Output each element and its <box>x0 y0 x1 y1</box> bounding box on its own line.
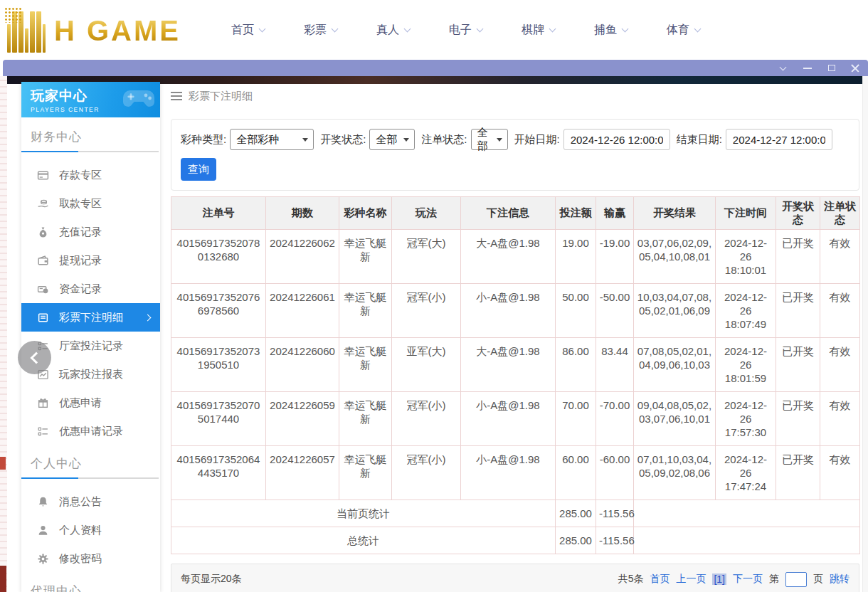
sidebar: 玩家中心 PLAYERS CENTER 财务中心存款专区取款专区充值记录提现记录… <box>21 82 160 592</box>
cell-draw-result: 10,03,04,07,08,05,02,01,06,09 <box>634 284 716 338</box>
sidebar-header: 玩家中心 PLAYERS CENTER <box>21 82 160 117</box>
sidebar-item-label: 厅室投注记录 <box>59 339 123 353</box>
cell-lottery-name: 幸运飞艇新 <box>339 338 392 392</box>
current-page[interactable]: [1] <box>712 574 726 585</box>
cell-bet-info: 小-A盘@1.98 <box>461 284 556 338</box>
nav-item-live[interactable]: 真人 <box>376 23 410 38</box>
next-page-link[interactable]: 下一页 <box>733 573 763 586</box>
sidebar-item-deposit[interactable]: 存款专区 <box>21 161 160 189</box>
nav-item-label: 彩票 <box>304 23 327 38</box>
cell-bet-time: 2024-12-26 17:57:30 <box>716 392 776 446</box>
page-title: 彩票下注明细 <box>189 90 253 103</box>
lottery-type-select[interactable]: 全部彩种 <box>230 129 314 150</box>
cell-draw-status: 已开奖 <box>776 392 820 446</box>
cell-bet-amount: 70.00 <box>556 392 596 446</box>
sidebar-item-promo-apply-record[interactable]: 优惠申请记录 <box>21 417 160 445</box>
draw-status-value: 全部 <box>376 133 397 147</box>
col-header-lottery-name: 彩种名称 <box>339 197 392 230</box>
background-left-strip <box>0 76 7 592</box>
maximize-button[interactable] <box>826 63 837 73</box>
cell-order-id: 401569173520731950510 <box>171 338 266 392</box>
prev-page-link[interactable]: 上一页 <box>676 573 706 586</box>
jump-page-input[interactable] <box>785 572 807 587</box>
cell-win-loss: -70.00 <box>596 392 634 446</box>
menu-toggle-icon[interactable] <box>171 92 182 100</box>
nav-item-slots[interactable]: 电子 <box>449 23 482 38</box>
chevron-left-icon <box>31 352 43 364</box>
cell-draw-result: 07,01,10,03,04,05,09,02,08,06 <box>634 446 716 500</box>
cell-bet-info: 小-A盘@1.98 <box>461 392 556 446</box>
cell-draw-result: 09,04,08,05,02,03,07,06,10,01 <box>634 392 716 446</box>
order-status-label: 注单状态: <box>421 133 467 147</box>
col-header-draw-status: 开奖状态 <box>776 197 820 230</box>
chevron-down-icon <box>259 25 266 32</box>
sidebar-collapse-button[interactable] <box>18 341 51 374</box>
jump-label-prefix: 第 <box>769 573 779 586</box>
minimize-button[interactable] <box>802 63 813 73</box>
logo-mark-icon <box>7 9 47 53</box>
nav-item-sports[interactable]: 体育 <box>667 23 700 38</box>
main-content: 彩票下注明细 彩种类型: 全部彩种 开奖状态: 全部 注单状态: 全部 开始日期… <box>171 83 859 592</box>
cell-bet-amount: 50.00 <box>556 284 596 338</box>
sidebar-item-label: 提现记录 <box>59 254 102 268</box>
cell-draw-result: 07,08,05,02,01,04,09,06,10,03 <box>634 338 716 392</box>
sidebar-item-change-password[interactable]: 修改密码 <box>21 544 160 573</box>
cell-bet-amount: 86.00 <box>556 338 596 392</box>
jump-button[interactable]: 跳转 <box>830 573 850 586</box>
cell-order-id: 401569173520644435170 <box>171 446 266 500</box>
sidebar-item-label: 资金记录 <box>59 282 102 296</box>
cell-lottery-name: 幸运飞艇新 <box>339 392 392 446</box>
window-menu-button[interactable] <box>778 63 788 73</box>
cell-bet-info: 大-A盘@1.98 <box>461 230 556 284</box>
cell-bet-amount: 19.00 <box>556 230 596 284</box>
page-scrollbar[interactable] <box>862 76 868 592</box>
sidebar-item-fund-record[interactable]: 资金记录 <box>21 275 160 303</box>
summary-row: 总统计285.00-115.56 <box>171 527 860 554</box>
cell-bet-info: 大-A盘@1.98 <box>461 338 556 392</box>
chevron-down-icon <box>404 25 411 32</box>
sidebar-item-withdraw[interactable]: 取款专区 <box>21 189 160 218</box>
col-header-order-status: 注单状态 <box>820 197 860 230</box>
sidebar-item-label: 优惠申请 <box>59 396 102 410</box>
nav-item-board-games[interactable]: 棋牌 <box>522 23 555 38</box>
pagination-bar: 每页显示20条 共5条 首页 上一页 [1] 下一页 第 页 跳转 <box>171 564 859 592</box>
background-artifact <box>0 566 6 592</box>
cell-period: 20241226059 <box>266 392 339 446</box>
sidebar-item-promo-apply[interactable]: 优惠申请 <box>21 388 160 417</box>
logo[interactable]: H GAME <box>7 6 181 56</box>
sidebar-item-withdraw-record[interactable]: 提现记录 <box>21 246 160 275</box>
cell-order-id: 401569173520780132680 <box>171 230 266 284</box>
chevron-down-icon <box>780 63 787 70</box>
cell-order-status: 有效 <box>820 392 860 446</box>
sidebar-item-lottery-bet-detail[interactable]: 彩票下注明细 <box>21 303 160 332</box>
start-date-input[interactable] <box>563 129 670 150</box>
summary-row: 当前页统计285.00-115.56 <box>171 500 860 527</box>
top-navbar: H GAME 首页彩票真人电子棋牌捕鱼体育 <box>0 0 868 60</box>
chevron-down-icon <box>477 25 484 32</box>
search-button[interactable]: 查询 <box>181 158 216 181</box>
cell-draw-status: 已开奖 <box>776 284 820 338</box>
end-date-input[interactable] <box>726 129 832 150</box>
cell-draw-result: 03,07,06,02,09,05,04,10,08,01 <box>634 230 716 284</box>
cell-lottery-name: 幸运飞艇新 <box>339 446 392 500</box>
draw-status-select[interactable]: 全部 <box>369 129 415 150</box>
section-label-agent: 代理中心 <box>21 573 160 592</box>
cell-period: 20241226062 <box>266 230 339 284</box>
nav-item-fishing[interactable]: 捕鱼 <box>594 23 628 38</box>
cell-play-type: 冠军(大) <box>392 230 461 284</box>
sidebar-item-label: 存款专区 <box>59 169 102 182</box>
select-arrow-icon <box>302 138 308 142</box>
first-page-link[interactable]: 首页 <box>650 573 669 586</box>
sidebar-item-recharge-record[interactable]: 充值记录 <box>21 218 160 246</box>
col-header-period: 期数 <box>266 197 339 230</box>
window-titlebar[interactable] <box>3 60 868 76</box>
nav-item-lottery[interactable]: 彩票 <box>304 23 337 38</box>
order-status-select[interactable]: 全部 <box>471 129 508 150</box>
sidebar-item-messages[interactable]: 消息公告 <box>21 487 160 516</box>
summary-empty <box>634 500 860 527</box>
nav-item-home[interactable]: 首页 <box>231 23 265 38</box>
sidebar-item-profile[interactable]: 个人资料 <box>21 516 160 544</box>
cell-order-status: 有效 <box>820 284 860 338</box>
close-button[interactable] <box>850 63 861 73</box>
main-nav: 首页彩票真人电子棋牌捕鱼体育 <box>231 0 739 60</box>
